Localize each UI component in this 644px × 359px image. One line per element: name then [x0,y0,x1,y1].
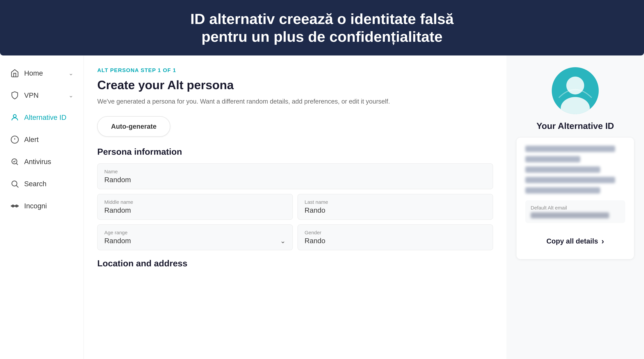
user-alt-icon [10,113,20,122]
sidebar-item-incogni[interactable]: Incogni [0,195,84,217]
persona-section-heading: Persona information [97,147,493,157]
sidebar-item-alternative-id-label: Alternative ID [24,113,66,121]
gender-value: Rando [304,237,486,245]
blurred-info-5 [525,187,600,194]
last-name-label: Last name [304,199,486,205]
chevron-right-icon: › [602,237,604,246]
last-name-value: Rando [304,206,486,214]
email-label: Default Alt email [531,205,620,211]
middle-name-field[interactable]: Middle name Random [97,194,293,220]
location-section-heading: Location and address [97,258,493,268]
form-title: Create your Alt persona [97,78,493,92]
age-range-label: Age range [104,230,286,236]
chevron-down-icon: ⌄ [68,92,74,99]
dropdown-chevron-icon: ⌄ [280,237,286,245]
chevron-down-icon: ⌄ [68,70,74,77]
vpn-icon [10,91,20,100]
blurred-email [531,212,609,218]
middle-name-value: Random [104,206,286,214]
right-panel: Your Alternative ID Default Alt email Co… [506,55,644,359]
blurred-info-4 [525,177,615,183]
search-icon [10,179,20,189]
sidebar-item-vpn-label: VPN [24,91,38,99]
sidebar: Home ⌄ VPN ⌄ Alternative ID [0,55,84,359]
copy-all-details-button[interactable]: Copy all details › [525,231,625,251]
step-label: ALT PERSONA STEP 1 OF 1 [97,67,493,73]
sidebar-item-search[interactable]: Search [0,173,84,195]
blurred-info-2 [525,156,580,162]
gender-label: Gender [304,230,486,236]
gender-field[interactable]: Gender Rando [298,224,493,250]
sidebar-item-incogni-label: Incogni [24,202,47,210]
sidebar-item-search-label: Search [24,180,46,188]
alt-id-title: Your Alternative ID [536,121,614,131]
age-gender-row: Age range Random ⌄ Gender Rando [97,224,493,255]
content-area: ALT PERSONA STEP 1 OF 1 Create your Alt … [84,55,644,359]
last-name-field[interactable]: Last name Rando [298,194,493,220]
sidebar-item-home[interactable]: Home ⌄ [0,62,84,84]
home-icon [10,68,20,78]
sidebar-item-home-label: Home [24,69,43,77]
name-value: Random [104,176,486,184]
header-banner: ID alternativ creează o identitate falsă… [0,0,644,55]
form-section: ALT PERSONA STEP 1 OF 1 Create your Alt … [84,55,506,359]
header-line2: pentru un plus de confidențialitate [14,28,630,45]
main-layout: Home ⌄ VPN ⌄ Alternative ID [0,55,644,359]
sidebar-item-antivirus-label: Antivirus [24,158,51,166]
antivirus-icon [10,157,20,166]
sidebar-item-alternative-id[interactable]: Alternative ID [0,106,84,129]
email-section: Default Alt email [525,200,625,223]
svg-point-5 [12,181,17,186]
auto-generate-label: Auto-generate [111,123,156,130]
copy-details-label: Copy all details [546,237,598,245]
name-label: Name [104,169,486,174]
svg-line-6 [16,186,18,188]
name-row: Middle name Random Last name Rando [97,194,493,224]
age-range-value: Random [104,237,131,245]
auto-generate-button[interactable]: Auto-generate [97,116,170,137]
blurred-info-1 [525,146,615,152]
alert-icon [10,135,20,144]
blurred-info-3 [525,166,600,173]
sidebar-item-alert-label: Alert [24,136,38,144]
form-description: We've generated a persona for you. Want … [97,97,493,106]
header-line1: ID alternativ creează o identitate falsă [14,10,630,28]
age-range-field[interactable]: Age range Random ⌄ [97,224,293,250]
incogni-icon [10,201,20,211]
sidebar-item-vpn[interactable]: VPN ⌄ [0,84,84,106]
sidebar-item-alert[interactable]: Alert [0,129,84,151]
svg-point-0 [13,115,16,117]
avatar [552,67,599,114]
alt-id-card: Default Alt email Copy all details › [516,138,634,259]
middle-name-label: Middle name [104,199,286,205]
svg-point-11 [566,77,584,94]
sidebar-item-antivirus[interactable]: Antivirus [0,151,84,173]
name-field[interactable]: Name Random [97,163,493,189]
